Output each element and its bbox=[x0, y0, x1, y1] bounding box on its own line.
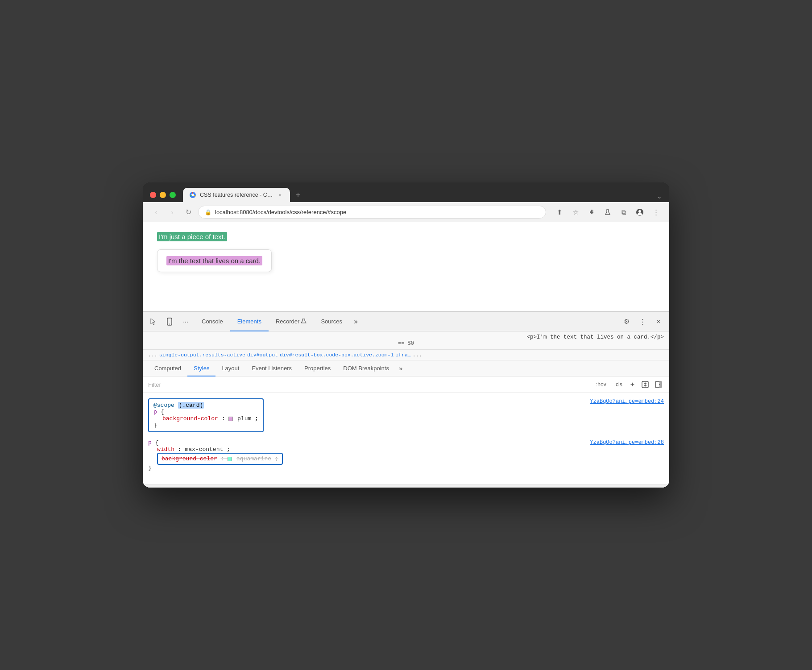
more-button[interactable]: ⋮ bbox=[650, 206, 662, 219]
tab-sources[interactable]: Sources bbox=[314, 312, 349, 331]
filter-buttons: :hov .cls + bbox=[593, 379, 664, 390]
recorder-flask-icon bbox=[301, 318, 307, 324]
dom-path-single-output[interactable]: single-output.results-active bbox=[159, 352, 245, 358]
scope-source-link-text[interactable]: YzaBqOo?ani…pe=embed:24 bbox=[590, 398, 664, 405]
selected-element-code: <p>I'm the text that lives on a card.</p… bbox=[526, 334, 664, 340]
title-bar: CSS features reference - Chro… × + ⌄ bbox=[143, 182, 669, 202]
back-button[interactable]: ‹ bbox=[150, 206, 162, 219]
extension-button[interactable] bbox=[585, 206, 598, 219]
p-bgcolor-colon: : bbox=[221, 455, 228, 462]
filter-input[interactable]: Filter bbox=[148, 381, 593, 388]
p-selector: p bbox=[148, 439, 152, 446]
share-button[interactable]: ⬆ bbox=[553, 206, 566, 219]
reload-button[interactable]: ↻ bbox=[182, 206, 195, 219]
css-rules-area: @scope (.card) p { background-color : bbox=[143, 393, 669, 484]
p-width-colon: : bbox=[178, 446, 185, 453]
scope-color-swatch[interactable] bbox=[228, 417, 233, 421]
more-styles-tabs[interactable]: » bbox=[395, 360, 406, 376]
tab-properties[interactable]: Properties bbox=[298, 361, 337, 376]
p-bgcolor-line: background-color : aquamarine ; bbox=[148, 453, 590, 465]
minimize-window-button[interactable] bbox=[160, 192, 166, 198]
p-width-value: max-content bbox=[185, 446, 223, 453]
dom-path-ellipsis-end: ... bbox=[413, 352, 422, 358]
more-devtools-tabs[interactable]: » bbox=[349, 312, 362, 331]
device-icon bbox=[166, 318, 174, 326]
tab-label: CSS features reference - Chro… bbox=[200, 192, 273, 198]
new-tab-button[interactable]: + bbox=[292, 189, 304, 201]
tab-styles[interactable]: Styles bbox=[187, 361, 215, 376]
device-toolbar-button[interactable] bbox=[162, 314, 177, 329]
scope-rule-outline: @scope (.card) p { background-color : bbox=[148, 398, 264, 432]
p-source-link-text[interactable]: YzaBqOo?ani…pe=embed:28 bbox=[590, 439, 664, 446]
toggle-icon bbox=[655, 380, 663, 389]
page-plain-text: I'm just a piece of text. bbox=[157, 233, 655, 240]
filter-bar: Filter :hov .cls + bbox=[143, 376, 669, 393]
tab-elements[interactable]: Elements bbox=[230, 312, 269, 331]
hov-filter-button[interactable]: :hov bbox=[593, 380, 609, 389]
scope-bg-property: background-color bbox=[162, 415, 218, 422]
tab-recorder[interactable]: Recorder bbox=[269, 312, 314, 331]
p-rule-content: p { width : max-content ; background-col… bbox=[148, 439, 590, 471]
scope-bg-value: plum bbox=[237, 415, 251, 422]
browser-tabs: CSS features reference - Chro… × + ⌄ bbox=[183, 188, 662, 202]
maximize-window-button[interactable] bbox=[170, 192, 176, 198]
tab-console[interactable]: Console bbox=[195, 312, 230, 331]
scope-semicolon: ; bbox=[255, 415, 258, 422]
toggle-sidebar-button[interactable] bbox=[653, 379, 664, 390]
dom-path-iframe[interactable]: ifra… bbox=[395, 352, 411, 358]
dom-path-result-box[interactable]: div#result-box.code-box.active.zoom-1 bbox=[280, 352, 394, 358]
devtools-settings-button[interactable]: ⚙ bbox=[619, 314, 634, 329]
devtools-toolbar: ··· Console Elements Recorder Sources bbox=[143, 312, 669, 331]
scope-rule-block: @scope (.card) p { background-color : bbox=[148, 398, 664, 432]
p-width-property: width bbox=[157, 446, 174, 453]
scope-rule-row: @scope (.card) p { background-color : bbox=[148, 398, 664, 432]
p-source-link-container: YzaBqOo?ani…pe=embed:28 bbox=[590, 439, 664, 446]
p-width-semicolon: ; bbox=[227, 446, 230, 453]
address-field[interactable]: 🔒 localhost:8080/docs/devtools/css/refer… bbox=[198, 206, 546, 219]
tab-event-listeners[interactable]: Event Listeners bbox=[245, 361, 298, 376]
puzzle-icon bbox=[588, 209, 595, 216]
tab-layout[interactable]: Layout bbox=[215, 361, 245, 376]
new-style-icon bbox=[641, 380, 649, 389]
add-style-button[interactable]: + bbox=[628, 380, 637, 389]
chrome-icon bbox=[189, 191, 196, 199]
close-window-button[interactable] bbox=[150, 192, 156, 198]
devtools-panel: ··· Console Elements Recorder Sources bbox=[143, 311, 669, 488]
tab-dom-breakpoints[interactable]: DOM Breakpoints bbox=[337, 361, 395, 376]
dollar-zero: == $0 bbox=[148, 340, 664, 347]
scope-arg-highlighted: (.card) bbox=[178, 402, 204, 409]
select-element-button[interactable] bbox=[146, 314, 161, 329]
scope-rule-content: @scope (.card) p { background-color : bbox=[148, 398, 590, 432]
highlighted-plain-text: I'm just a piece of text. bbox=[157, 232, 227, 241]
flask-button[interactable] bbox=[601, 206, 614, 219]
tab-computed[interactable]: Computed bbox=[148, 361, 187, 376]
tab-close-button[interactable]: × bbox=[277, 191, 284, 199]
dom-path-div-output[interactable]: div#output bbox=[247, 352, 278, 358]
address-text: localhost:8080/docs/devtools/css/referen… bbox=[215, 209, 539, 215]
p-bgcolor-swatch[interactable] bbox=[228, 457, 232, 461]
card-text: I'm the text that lives on a card. bbox=[166, 257, 262, 265]
p-bgcolor-semicolon: ; bbox=[275, 455, 278, 462]
dom-path-ellipsis-start: ... bbox=[148, 352, 157, 358]
devtools-close-button[interactable]: × bbox=[651, 314, 666, 329]
svg-point-1 bbox=[191, 194, 194, 196]
p-close-brace: } bbox=[148, 465, 590, 471]
scope-source-link[interactable]: YzaBqOo?ani…pe=embed:24 bbox=[590, 398, 664, 405]
forward-button[interactable]: › bbox=[166, 206, 178, 219]
scrollbar[interactable] bbox=[143, 484, 669, 488]
p-bgcolor-property-struck: background-color bbox=[162, 455, 217, 462]
flask-icon bbox=[604, 209, 611, 216]
devtools-more-button[interactable]: ⋮ bbox=[635, 314, 650, 329]
card-text-highlighted: I'm the text that lives on a card. bbox=[166, 256, 262, 265]
active-tab[interactable]: CSS features reference - Chro… × bbox=[183, 188, 290, 202]
scope-close-brace: } bbox=[153, 422, 258, 429]
account-button[interactable] bbox=[634, 206, 646, 219]
svg-point-5 bbox=[169, 323, 170, 324]
bookmark-button[interactable]: ☆ bbox=[569, 206, 582, 219]
devtools-right-buttons: ⚙ ⋮ × bbox=[619, 314, 666, 329]
at-rule-keyword: @scope bbox=[153, 402, 174, 409]
split-view-button[interactable]: ⧉ bbox=[617, 206, 630, 219]
cls-filter-button[interactable]: .cls bbox=[612, 380, 625, 389]
new-style-rule-button[interactable] bbox=[640, 379, 650, 390]
tab-menu-button[interactable]: ⌄ bbox=[656, 192, 662, 200]
